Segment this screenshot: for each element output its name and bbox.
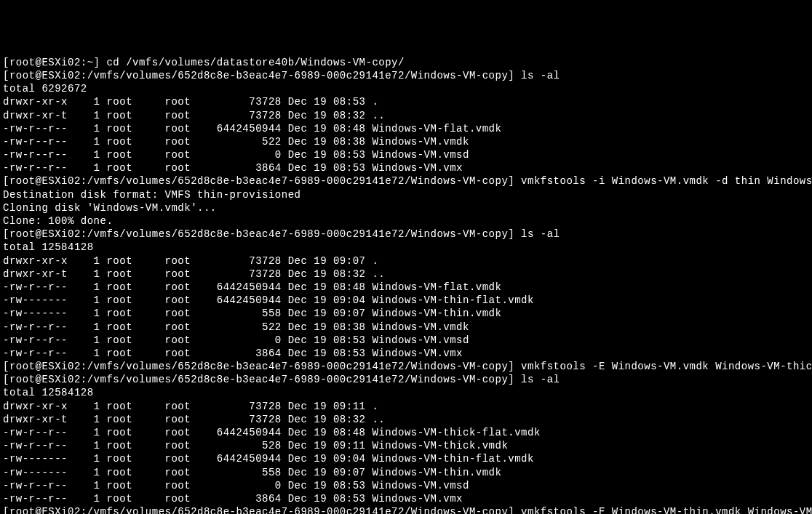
terminal-line: -rw-r--r-- 1 root root 0 Dec 19 08:53 Wi… xyxy=(3,148,812,161)
terminal-line: -rw------- 1 root root 558 Dec 19 09:07 … xyxy=(3,466,812,479)
terminal-line: -rw-r--r-- 1 root root 528 Dec 19 09:11 … xyxy=(3,439,812,452)
terminal-line: -rw-r--r-- 1 root root 3864 Dec 19 08:53… xyxy=(3,347,812,360)
terminal-line: -rw------- 1 root root 558 Dec 19 09:07 … xyxy=(3,307,812,320)
terminal-line: Cloning disk 'Windows-VM.vmdk'... xyxy=(3,201,812,214)
terminal-line: [root@ESXi02:/vmfs/volumes/652d8c8e-b3ea… xyxy=(3,505,812,514)
terminal-line: -rw-r--r-- 1 root root 522 Dec 19 08:38 … xyxy=(3,321,812,334)
terminal-line: -rw------- 1 root root 6442450944 Dec 19… xyxy=(3,294,812,307)
terminal-line: -rw-r--r-- 1 root root 6442450944 Dec 19… xyxy=(3,426,812,439)
terminal-line: -rw-r--r-- 1 root root 0 Dec 19 08:53 Wi… xyxy=(3,479,812,492)
terminal-line: drwxr-xr-x 1 root root 73728 Dec 19 09:0… xyxy=(3,254,812,268)
terminal-line: total 12584128 xyxy=(3,386,812,399)
terminal-line: [root@ESXi02:/vmfs/volumes/652d8c8e-b3ea… xyxy=(3,360,812,373)
terminal-line: -rw-r--r-- 1 root root 0 Dec 19 08:53 Wi… xyxy=(3,334,812,347)
terminal-line: -rw-r--r-- 1 root root 3864 Dec 19 08:53… xyxy=(3,161,812,174)
terminal-line: -rw-r--r-- 1 root root 522 Dec 19 08:38 … xyxy=(3,135,812,148)
terminal-line: -rw-r--r-- 1 root root 3864 Dec 19 08:53… xyxy=(3,492,812,505)
terminal-line: -rw------- 1 root root 6442450944 Dec 19… xyxy=(3,452,812,465)
terminal-line: Clone: 100% done. xyxy=(3,214,812,228)
terminal-line: [root@ESXi02:/vmfs/volumes/652d8c8e-b3ea… xyxy=(3,69,812,82)
terminal-line: drwxr-xr-t 1 root root 73728 Dec 19 08:3… xyxy=(3,268,812,281)
terminal-line: [root@ESXi02:/vmfs/volumes/652d8c8e-b3ea… xyxy=(3,373,812,386)
terminal-line: total 12584128 xyxy=(3,241,812,254)
terminal-line: [root@ESXi02:/vmfs/volumes/652d8c8e-b3ea… xyxy=(3,174,812,188)
terminal-line: drwxr-xr-t 1 root root 73728 Dec 19 08:3… xyxy=(3,413,812,426)
terminal-line: Destination disk format: VMFS thin-provi… xyxy=(3,188,812,201)
terminal-line: drwxr-xr-t 1 root root 73728 Dec 19 08:3… xyxy=(3,109,812,122)
terminal-line: [root@ESXi02:/vmfs/volumes/652d8c8e-b3ea… xyxy=(3,228,812,241)
terminal-line: drwxr-xr-x 1 root root 73728 Dec 19 09:1… xyxy=(3,400,812,413)
terminal-line: drwxr-xr-x 1 root root 73728 Dec 19 08:5… xyxy=(3,95,812,108)
terminal-line: [root@ESXi02:~] cd /vmfs/volumes/datasto… xyxy=(3,56,812,69)
terminal-line: -rw-r--r-- 1 root root 6442450944 Dec 19… xyxy=(3,281,812,294)
terminal-output[interactable]: [root@ESXi02:~] cd /vmfs/volumes/datasto… xyxy=(3,56,812,514)
terminal-line: total 6292672 xyxy=(3,82,812,95)
terminal-line: -rw-r--r-- 1 root root 6442450944 Dec 19… xyxy=(3,122,812,135)
